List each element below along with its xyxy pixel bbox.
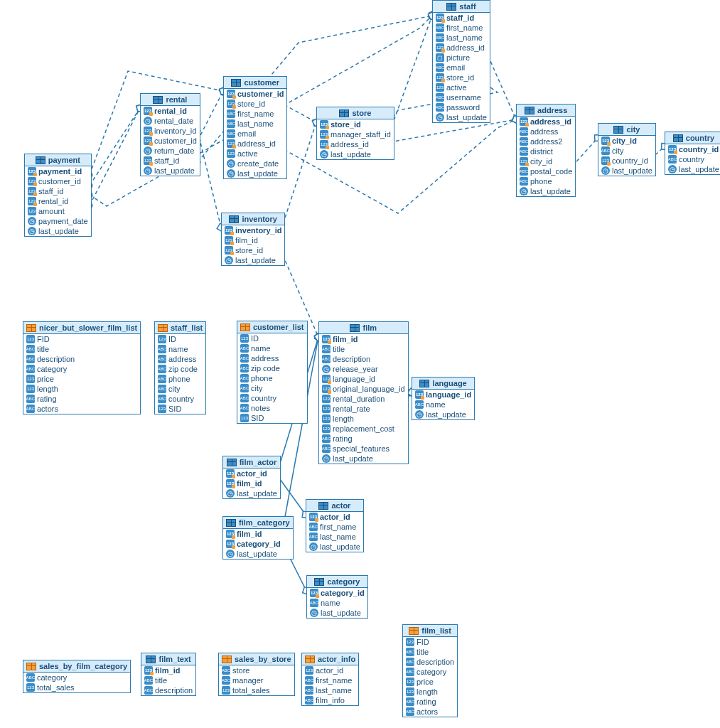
table-header[interactable]: language xyxy=(412,378,474,390)
field-film_id[interactable]: 123film_id xyxy=(319,334,408,344)
table-header[interactable]: sales_by_film_category xyxy=(23,660,130,673)
field-last_update[interactable]: ◷last_update xyxy=(433,112,490,122)
table-header[interactable]: country xyxy=(665,132,720,144)
field-last_update[interactable]: ◷last_update xyxy=(223,549,293,559)
field-first_name[interactable]: ABCfirst_name xyxy=(302,675,358,685)
field-city[interactable]: ABCcity xyxy=(598,146,655,156)
field-store_id[interactable]: 123store_id xyxy=(433,73,490,82)
field-address_id[interactable]: 123address_id xyxy=(317,139,394,149)
field-category[interactable]: ABCcategory xyxy=(403,667,457,677)
field-address[interactable]: ABCaddress xyxy=(155,354,205,364)
table-language[interactable]: language123language_idABCname◷last_updat… xyxy=(412,377,475,420)
table-payment[interactable]: payment123payment_id123customer_id123sta… xyxy=(24,154,92,237)
field-rental_duration[interactable]: 123rental_duration xyxy=(319,394,408,404)
field-last_update[interactable]: ◷last_update xyxy=(306,542,363,552)
field-country_id[interactable]: 123country_id xyxy=(598,156,655,166)
table-header[interactable]: actor xyxy=(306,500,363,512)
field-zip-code[interactable]: ABCzip code xyxy=(237,363,307,373)
field-store[interactable]: ABCstore xyxy=(219,665,294,675)
field-last_update[interactable]: ◷last_update xyxy=(222,255,284,265)
field-phone[interactable]: ABCphone xyxy=(237,373,307,383)
field-language_id[interactable]: 123language_id xyxy=(412,390,474,400)
field-rating[interactable]: ABCrating xyxy=(319,434,408,444)
field-address[interactable]: ABCaddress xyxy=(517,127,575,136)
field-last_update[interactable]: ◷last_update xyxy=(307,608,367,618)
field-email[interactable]: ABCemail xyxy=(433,63,490,73)
field-address_id[interactable]: 123address_id xyxy=(517,117,575,127)
field-description[interactable]: ABCdescription xyxy=(403,657,457,667)
field-email[interactable]: ABCemail xyxy=(224,129,286,139)
field-name[interactable]: ABCname xyxy=(412,400,474,410)
field-FID[interactable]: 123FID xyxy=(403,637,457,647)
table-rental[interactable]: rental123rental_id◷rental_date123invento… xyxy=(140,93,200,176)
field-title[interactable]: ABCtitle xyxy=(403,647,457,657)
table-store[interactable]: store123store_id123manager_staff_id123ad… xyxy=(316,107,394,160)
field-active[interactable]: 123active xyxy=(224,149,286,159)
table-header[interactable]: inventory xyxy=(222,213,284,225)
field-staff_id[interactable]: 123staff_id xyxy=(25,186,91,196)
field-film_info[interactable]: ABCfilm_info xyxy=(302,695,358,705)
field-staff_id[interactable]: 123staff_id xyxy=(141,156,200,166)
table-header[interactable]: staff xyxy=(433,1,490,13)
table-staff_list[interactable]: staff_list123IDABCnameABCaddressABCzip c… xyxy=(154,321,206,414)
field-last_update[interactable]: ◷last_update xyxy=(25,226,91,236)
field-first_name[interactable]: ABCfirst_name xyxy=(224,109,286,119)
field-title[interactable]: ABCtitle xyxy=(319,344,408,354)
field-country[interactable]: ABCcountry xyxy=(665,154,720,164)
table-header[interactable]: nicer_but_slower_film_list xyxy=(23,322,140,334)
field-rental_rate[interactable]: 123rental_rate xyxy=(319,404,408,414)
field-manager[interactable]: ABCmanager xyxy=(219,675,294,685)
field-last_name[interactable]: ABClast_name xyxy=(224,119,286,129)
field-name[interactable]: ABCname xyxy=(237,343,307,353)
field-description[interactable]: ABCdescription xyxy=(23,354,140,364)
field-rating[interactable]: ABCrating xyxy=(23,394,140,404)
field-last_update[interactable]: ◷last_update xyxy=(224,168,286,178)
field-address_id[interactable]: 123address_id xyxy=(224,139,286,149)
field-last_update[interactable]: ◷last_update xyxy=(223,488,280,498)
table-header[interactable]: customer xyxy=(224,77,286,89)
field-address[interactable]: ABCaddress xyxy=(237,353,307,363)
field-manager_staff_id[interactable]: 123manager_staff_id xyxy=(317,129,394,139)
field-first_name[interactable]: ABCfirst_name xyxy=(306,522,363,532)
field-last_name[interactable]: ABClast_name xyxy=(306,532,363,542)
field-city[interactable]: ABCcity xyxy=(155,384,205,394)
field-actors[interactable]: ABCactors xyxy=(23,404,140,414)
field-original_language_id[interactable]: 123original_language_id xyxy=(319,384,408,394)
table-sales_by_store[interactable]: sales_by_storeABCstoreABCmanager123total… xyxy=(218,653,295,696)
field-language_id[interactable]: 123language_id xyxy=(319,374,408,384)
field-price[interactable]: 123price xyxy=(23,374,140,384)
field-return_date[interactable]: ◷return_date xyxy=(141,146,200,156)
field-last_update[interactable]: ◷last_update xyxy=(517,186,575,196)
field-customer_id[interactable]: 123customer_id xyxy=(25,176,91,186)
field-film_id[interactable]: 123film_id xyxy=(141,665,195,675)
table-actor_info[interactable]: actor_info123actor_idABCfirst_nameABClas… xyxy=(301,653,359,706)
field-name[interactable]: ABCname xyxy=(307,598,367,608)
field-last_update[interactable]: ◷last_update xyxy=(412,410,474,419)
table-film[interactable]: film123film_idABCtitleABCdescription◷rel… xyxy=(318,321,409,464)
field-film_id[interactable]: 123film_id xyxy=(223,478,280,488)
table-header[interactable]: staff_list xyxy=(155,322,205,334)
field-notes[interactable]: ABCnotes xyxy=(237,403,307,413)
field-actor_id[interactable]: 123actor_id xyxy=(223,469,280,478)
field-store_id[interactable]: 123store_id xyxy=(317,119,394,129)
field-city_id[interactable]: 123city_id xyxy=(598,136,655,146)
field-country[interactable]: ABCcountry xyxy=(155,394,205,404)
field-total_sales[interactable]: 123total_sales xyxy=(219,685,294,695)
field-active[interactable]: 123active xyxy=(433,82,490,92)
field-length[interactable]: 123length xyxy=(403,687,457,697)
field-last_update[interactable]: ◷last_update xyxy=(317,149,394,159)
field-name[interactable]: ABCname xyxy=(155,344,205,354)
field-rental_date[interactable]: ◷rental_date xyxy=(141,116,200,126)
field-phone[interactable]: ABCphone xyxy=(155,374,205,384)
field-last_update[interactable]: ◷last_update xyxy=(141,166,200,176)
field-description[interactable]: ABCdescription xyxy=(141,685,195,695)
table-customer[interactable]: customer123customer_id123store_idABCfirs… xyxy=(223,76,287,179)
field-SID[interactable]: 123SID xyxy=(237,413,307,423)
table-header[interactable]: actor_info xyxy=(302,653,358,665)
field-create_date[interactable]: ◷create_date xyxy=(224,159,286,168)
field-total_sales[interactable]: 123total_sales xyxy=(23,682,130,692)
table-header[interactable]: film_actor xyxy=(223,456,280,469)
field-SID[interactable]: 123SID xyxy=(155,404,205,414)
table-header[interactable]: customer_list xyxy=(237,321,307,333)
table-header[interactable]: film_text xyxy=(141,653,195,665)
